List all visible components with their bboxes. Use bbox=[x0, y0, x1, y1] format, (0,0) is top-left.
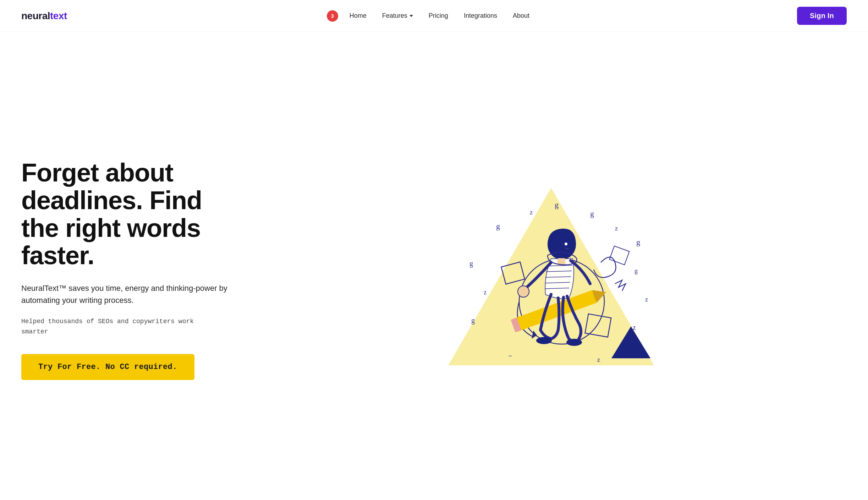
hero-subtitle: NeuralText™ saves you time, energy and t… bbox=[21, 282, 241, 306]
svg-text:g: g bbox=[469, 260, 473, 268]
nav-link-integrations[interactable]: Integrations bbox=[456, 9, 505, 22]
nav-link-pricing[interactable]: Pricing bbox=[421, 9, 456, 22]
svg-text:~: ~ bbox=[509, 353, 512, 360]
svg-text:g: g bbox=[634, 267, 638, 275]
svg-text:g: g bbox=[555, 200, 559, 209]
nav-link-about[interactable]: About bbox=[505, 9, 537, 22]
svg-text:z: z bbox=[484, 289, 487, 296]
svg-text:z: z bbox=[530, 209, 533, 216]
svg-text:g: g bbox=[636, 238, 640, 246]
nav-badge: 3 bbox=[327, 10, 338, 22]
svg-rect-35 bbox=[609, 246, 629, 265]
svg-point-31 bbox=[566, 339, 582, 346]
logo-text: text bbox=[50, 10, 67, 22]
navbar: neuraltext 3 Home Features Pricing Integ… bbox=[0, 0, 868, 32]
hero-section: Forget about deadlines. Find the right w… bbox=[0, 32, 868, 500]
nav-center: 3 Home Features Pricing Integrations Abo… bbox=[327, 9, 537, 22]
svg-text:g: g bbox=[496, 222, 500, 230]
logo-neural: neural bbox=[21, 10, 50, 22]
svg-point-30 bbox=[536, 337, 552, 344]
nav-item-about[interactable]: About bbox=[505, 9, 537, 22]
illustration-wrapper: g z g g z g g z g g z z ~ z bbox=[441, 159, 661, 380]
nav-links: Home Features Pricing Integrations About bbox=[342, 9, 537, 22]
hero-tagline: Helped thousands of SEOs and copywriters… bbox=[21, 316, 241, 337]
hero-left: Forget about deadlines. Find the right w… bbox=[21, 159, 241, 380]
nav-link-features[interactable]: Features bbox=[374, 9, 421, 22]
hero-illustration: g z g g z g g z g g z z ~ z bbox=[241, 159, 847, 380]
svg-text:z: z bbox=[597, 356, 600, 363]
sign-in-button[interactable]: Sign In bbox=[797, 7, 847, 25]
nav-item-pricing[interactable]: Pricing bbox=[421, 9, 456, 22]
chevron-down-icon bbox=[410, 15, 413, 17]
nav-item-features[interactable]: Features bbox=[374, 9, 421, 22]
nav-item-home[interactable]: Home bbox=[342, 9, 374, 22]
hero-title: Forget about deadlines. Find the right w… bbox=[21, 159, 241, 270]
nav-item-integrations[interactable]: Integrations bbox=[456, 9, 505, 22]
svg-point-34 bbox=[565, 243, 567, 245]
svg-point-32 bbox=[518, 286, 529, 297]
nav-link-home[interactable]: Home bbox=[342, 9, 374, 22]
svg-text:z: z bbox=[645, 296, 648, 303]
logo[interactable]: neuraltext bbox=[21, 10, 67, 22]
svg-text:z: z bbox=[615, 225, 618, 232]
svg-text:g: g bbox=[471, 316, 475, 325]
hero-svg: g z g g z g g z g g z z ~ z bbox=[441, 159, 661, 380]
cta-button[interactable]: Try For Free. No CC required. bbox=[21, 354, 194, 380]
svg-text:g: g bbox=[590, 209, 594, 218]
